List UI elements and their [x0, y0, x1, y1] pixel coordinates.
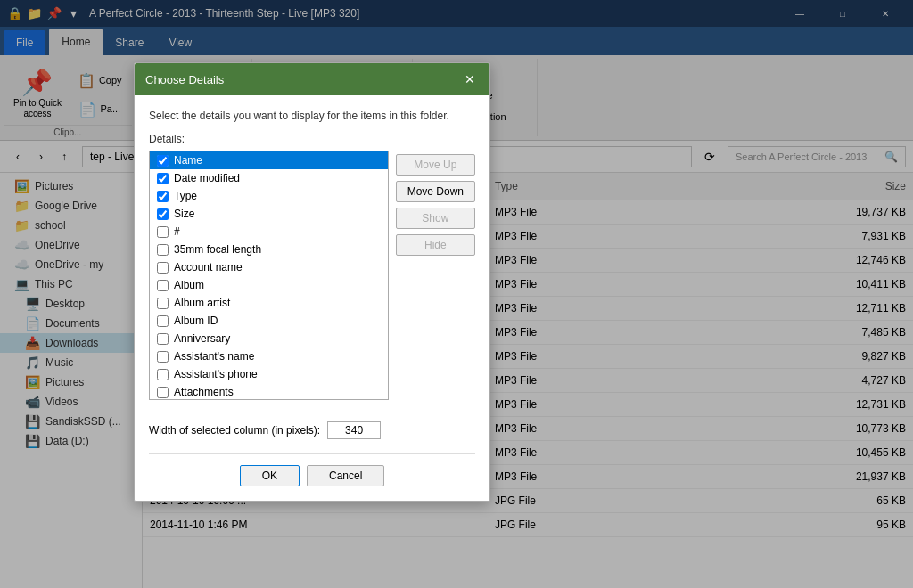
detail-checkbox[interactable]	[157, 191, 169, 202]
ok-button[interactable]: OK	[240, 465, 300, 486]
list-item[interactable]: Album artist	[150, 294, 388, 312]
move-down-button[interactable]: Move Down	[396, 181, 475, 202]
detail-label: Assistant's name	[174, 350, 254, 363]
detail-label: Album	[174, 279, 204, 291]
hide-button[interactable]: Hide	[396, 234, 475, 256]
detail-checkbox[interactable]	[157, 208, 169, 220]
list-item[interactable]: Album ID	[150, 312, 388, 330]
modal-details-list[interactable]: NameDate modifiedTypeSize#35mm focal len…	[149, 151, 389, 400]
modal-title: Choose Details	[145, 73, 224, 86]
list-item[interactable]: 35mm focal length	[150, 241, 388, 258]
modal-details-label: Details:	[149, 133, 475, 145]
detail-checkbox[interactable]	[157, 244, 169, 256]
modal-width-row: Width of selected column (in pixels):	[149, 421, 475, 439]
modal-footer: Width of selected column (in pixels): OK…	[135, 414, 489, 501]
cancel-button[interactable]: Cancel	[307, 465, 384, 486]
modal-width-input[interactable]	[327, 421, 381, 439]
list-item[interactable]: #	[150, 223, 388, 241]
detail-checkbox[interactable]	[157, 369, 169, 380]
detail-label: Album ID	[174, 314, 218, 327]
list-item[interactable]: Date modified	[150, 169, 388, 187]
detail-label: Assistant's phone	[174, 368, 258, 380]
detail-checkbox[interactable]	[157, 280, 169, 291]
modal-description: Select the details you want to display f…	[149, 110, 475, 122]
list-item[interactable]: Assistant's phone	[150, 365, 388, 383]
detail-checkbox[interactable]	[157, 173, 169, 184]
detail-checkbox[interactable]	[157, 333, 169, 345]
detail-label: #	[174, 225, 180, 238]
modal-list-items: NameDate modifiedTypeSize#35mm focal len…	[150, 151, 388, 400]
detail-label: Type	[174, 190, 197, 202]
modal-list-area: NameDate modifiedTypeSize#35mm focal len…	[149, 151, 475, 400]
list-item[interactable]: Album	[150, 276, 388, 294]
detail-label: Attachments	[174, 386, 234, 398]
modal-body: Select the details you want to display f…	[135, 95, 489, 414]
list-item[interactable]: Assistant's name	[150, 347, 388, 365]
list-item[interactable]: Anniversary	[150, 330, 388, 347]
list-item[interactable]: Size	[150, 205, 388, 223]
detail-label: Date modified	[174, 172, 240, 184]
list-item[interactable]: Type	[150, 187, 388, 205]
detail-label: Album artist	[174, 297, 230, 309]
modal-width-label: Width of selected column (in pixels):	[149, 424, 320, 437]
modal-close-button[interactable]: ✕	[461, 70, 479, 88]
detail-checkbox[interactable]	[157, 226, 169, 238]
detail-label: Size	[174, 208, 194, 220]
detail-checkbox[interactable]	[157, 298, 169, 309]
detail-label: Anniversary	[174, 332, 230, 345]
modal-overlay: Choose Details ✕ Select the details you …	[0, 0, 913, 588]
list-item[interactable]: Name	[150, 151, 388, 169]
detail-checkbox[interactable]	[157, 155, 169, 167]
choose-details-dialog: Choose Details ✕ Select the details you …	[134, 62, 490, 502]
detail-label: Name	[174, 154, 202, 167]
show-button[interactable]: Show	[396, 208, 475, 229]
modal-divider	[149, 453, 475, 454]
list-item[interactable]: Attachments	[150, 383, 388, 400]
move-up-button[interactable]: Move Up	[396, 154, 475, 176]
detail-checkbox[interactable]	[157, 387, 169, 398]
detail-label: 35mm focal length	[174, 243, 261, 256]
modal-action-buttons: Move Up Move Down Show Hide	[396, 151, 475, 400]
list-item[interactable]: Account name	[150, 258, 388, 276]
detail-checkbox[interactable]	[157, 315, 169, 327]
detail-label: Account name	[174, 261, 243, 274]
detail-checkbox[interactable]	[157, 262, 169, 274]
modal-ok-cancel-buttons: OK Cancel	[149, 465, 475, 486]
modal-titlebar: Choose Details ✕	[135, 63, 489, 95]
detail-checkbox[interactable]	[157, 351, 169, 363]
